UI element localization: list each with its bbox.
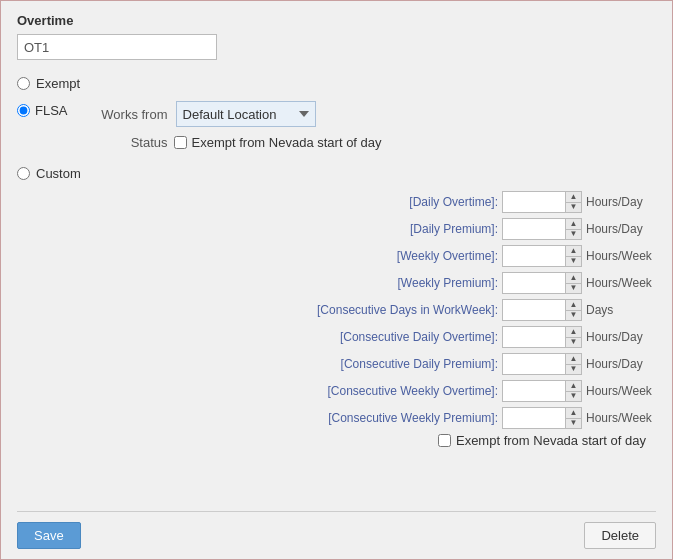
custom-field-row: [Consecutive Daily Premium]:▲▼Hours/Day (17, 353, 656, 375)
spinner-buttons: ▲▼ (565, 219, 581, 239)
status-label: Status (88, 135, 168, 150)
spinner-down-button[interactable]: ▼ (566, 284, 581, 294)
unit-label: Hours/Week (586, 249, 656, 263)
spinner-down-button[interactable]: ▼ (566, 257, 581, 267)
spinner-buttons: ▲▼ (565, 300, 581, 320)
spinner-input[interactable] (503, 246, 565, 266)
spinner-buttons: ▲▼ (565, 273, 581, 293)
works-from-dropdown-wrap: Default Location (176, 101, 316, 127)
spinner-up-button[interactable]: ▲ (566, 192, 581, 203)
spinner-wrap: ▲▼ (502, 353, 582, 375)
custom-field-row: [Consecutive Weekly Premium]:▲▼Hours/Wee… (17, 407, 656, 429)
overtime-section: Overtime (17, 13, 656, 60)
custom-field-label: [Daily Premium]: (278, 222, 498, 236)
spinner-up-button[interactable]: ▲ (566, 327, 581, 338)
spinner-down-button[interactable]: ▼ (566, 230, 581, 240)
spinner-up-button[interactable]: ▲ (566, 381, 581, 392)
custom-field-row: [Daily Premium]:▲▼Hours/Day (17, 218, 656, 240)
flsa-fields: Works from Default Location Status Exemp… (88, 101, 382, 150)
custom-field-label: [Consecutive Days in WorkWeek]: (278, 303, 498, 317)
spinner-down-button[interactable]: ▼ (566, 392, 581, 402)
spinner-buttons: ▲▼ (565, 327, 581, 347)
spinner-buttons: ▲▼ (565, 246, 581, 266)
spinner-up-button[interactable]: ▲ (566, 246, 581, 257)
custom-field-row: [Daily Overtime]:▲▼Hours/Day (17, 191, 656, 213)
custom-field-label: [Weekly Overtime]: (278, 249, 498, 263)
exempt-radio[interactable] (17, 77, 30, 90)
footer-bar: Save Delete (17, 511, 656, 549)
flsa-radio-wrap: FLSA (17, 103, 68, 118)
overtime-input[interactable] (17, 34, 217, 60)
nevada-label-flsa: Exempt from Nevada start of day (192, 135, 382, 150)
spinner-up-button[interactable]: ▲ (566, 408, 581, 419)
spinner-down-button[interactable]: ▼ (566, 338, 581, 348)
spinner-input[interactable] (503, 381, 565, 401)
spinner-down-button[interactable]: ▼ (566, 311, 581, 321)
custom-field-row: [Consecutive Daily Overtime]:▲▼Hours/Day (17, 326, 656, 348)
flsa-label[interactable]: FLSA (35, 103, 68, 118)
flsa-radio[interactable] (17, 104, 30, 117)
custom-field-label: [Weekly Premium]: (278, 276, 498, 290)
custom-field-label: [Consecutive Weekly Premium]: (278, 411, 498, 425)
exempt-row: Exempt (17, 76, 656, 91)
spinner-wrap: ▲▼ (502, 218, 582, 240)
status-row: Status Exempt from Nevada start of day (88, 135, 382, 150)
nevada-checkbox-row-custom: Exempt from Nevada start of day (17, 433, 656, 448)
works-from-dropdown[interactable]: Default Location (176, 101, 316, 127)
save-button[interactable]: Save (17, 522, 81, 549)
spinner-wrap: ▲▼ (502, 407, 582, 429)
spinner-wrap: ▲▼ (502, 272, 582, 294)
spinner-down-button[interactable]: ▼ (566, 365, 581, 375)
custom-row: Custom (17, 166, 656, 181)
overtime-title: Overtime (17, 13, 656, 28)
custom-field-row: [Consecutive Days in WorkWeek]:▲▼Days (17, 299, 656, 321)
spinner-input[interactable] (503, 354, 565, 374)
works-from-label: Works from (88, 107, 168, 122)
unit-label: Hours/Week (586, 384, 656, 398)
nevada-checkbox-custom[interactable] (438, 434, 451, 447)
unit-label: Hours/Week (586, 276, 656, 290)
spinner-input[interactable] (503, 327, 565, 347)
unit-label: Hours/Day (586, 357, 656, 371)
spinner-wrap: ▲▼ (502, 191, 582, 213)
spinner-buttons: ▲▼ (565, 381, 581, 401)
spinner-up-button[interactable]: ▲ (566, 300, 581, 311)
spinner-input[interactable] (503, 192, 565, 212)
spinner-up-button[interactable]: ▲ (566, 273, 581, 284)
exempt-label[interactable]: Exempt (36, 76, 80, 91)
custom-field-label: [Consecutive Daily Premium]: (278, 357, 498, 371)
spinner-wrap: ▲▼ (502, 326, 582, 348)
spinner-buttons: ▲▼ (565, 354, 581, 374)
nevada-checkbox-label-flsa[interactable]: Exempt from Nevada start of day (174, 135, 382, 150)
page-container: Overtime Exempt FLSA Works from Default … (0, 0, 673, 560)
flsa-section: FLSA Works from Default Location Status … (17, 101, 656, 150)
unit-label: Hours/Day (586, 195, 656, 209)
spinner-down-button[interactable]: ▼ (566, 419, 581, 429)
spinner-input[interactable] (503, 408, 565, 428)
unit-label: Days (586, 303, 656, 317)
nevada-checkbox-flsa[interactable] (174, 136, 187, 149)
spinner-down-button[interactable]: ▼ (566, 203, 581, 213)
spinner-input[interactable] (503, 300, 565, 320)
custom-label[interactable]: Custom (36, 166, 81, 181)
custom-field-label: [Consecutive Weekly Overtime]: (278, 384, 498, 398)
spinner-up-button[interactable]: ▲ (566, 354, 581, 365)
custom-field-label: [Consecutive Daily Overtime]: (278, 330, 498, 344)
custom-field-row: [Weekly Overtime]:▲▼Hours/Week (17, 245, 656, 267)
spinner-up-button[interactable]: ▲ (566, 219, 581, 230)
unit-label: Hours/Day (586, 330, 656, 344)
spinner-input[interactable] (503, 273, 565, 293)
nevada-label-custom: Exempt from Nevada start of day (456, 433, 646, 448)
spinner-input[interactable] (503, 219, 565, 239)
custom-fields: [Daily Overtime]:▲▼Hours/Day[Daily Premi… (17, 191, 656, 429)
spinner-buttons: ▲▼ (565, 192, 581, 212)
custom-section: Custom [Daily Overtime]:▲▼Hours/Day[Dail… (17, 166, 656, 448)
unit-label: Hours/Day (586, 222, 656, 236)
works-from-row: Works from Default Location (88, 101, 382, 127)
unit-label: Hours/Week (586, 411, 656, 425)
custom-radio[interactable] (17, 167, 30, 180)
spinner-wrap: ▲▼ (502, 299, 582, 321)
spinner-wrap: ▲▼ (502, 380, 582, 402)
delete-button[interactable]: Delete (584, 522, 656, 549)
spinner-buttons: ▲▼ (565, 408, 581, 428)
